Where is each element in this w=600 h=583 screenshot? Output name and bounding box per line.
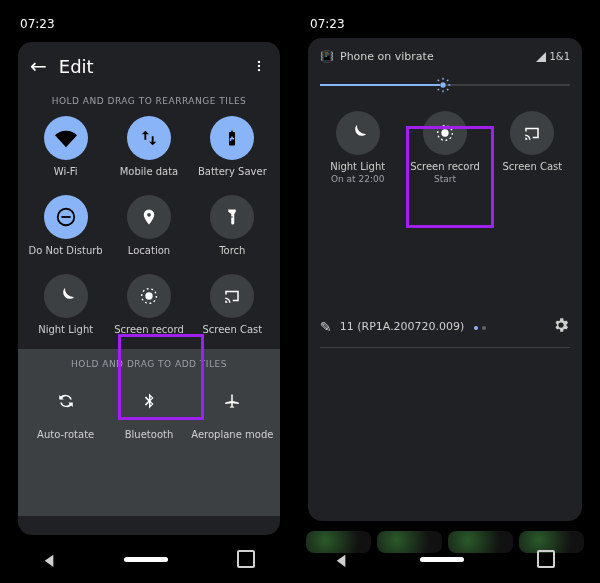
- cast-icon: [510, 111, 554, 155]
- svg-point-5: [145, 292, 152, 299]
- tile-label: Night Light: [330, 161, 385, 172]
- svg-line-15: [447, 80, 448, 81]
- rotate-icon: [44, 379, 88, 423]
- battery-icon: [210, 116, 254, 160]
- carrier-label: 1&1: [549, 51, 570, 62]
- torch-icon: [210, 195, 254, 239]
- page-title: Edit: [59, 56, 94, 77]
- hint-rearrange: HOLD AND DRAG TO REARRANGE TILES: [18, 86, 280, 116]
- tile-label: Auto-rotate: [37, 429, 94, 440]
- tile-extra-3[interactable]: [191, 458, 274, 502]
- tile-label: Wi-Fi: [54, 166, 78, 177]
- svg-point-0: [258, 60, 260, 62]
- nav-recent-icon[interactable]: [237, 550, 255, 568]
- tile-extra-1[interactable]: [24, 458, 107, 502]
- brightness-slider[interactable]: [320, 73, 570, 97]
- status-time: 07:23: [310, 17, 345, 31]
- tile-dnd[interactable]: Do Not Disturb: [24, 195, 107, 256]
- back-icon[interactable]: ←: [24, 50, 53, 82]
- tile-label: Torch: [219, 245, 245, 256]
- svg-point-7: [440, 82, 445, 87]
- vibrate-icon: 📳: [320, 50, 334, 63]
- swap-icon: [127, 116, 171, 160]
- record-icon: [127, 274, 171, 318]
- airplane-icon: [210, 379, 254, 423]
- tile-label: Location: [128, 245, 170, 256]
- tile-label: Do Not Disturb: [29, 245, 103, 256]
- brightness-thumb-icon[interactable]: [435, 77, 451, 93]
- divider: [320, 347, 570, 348]
- tile-sublabel: Start: [434, 174, 456, 184]
- tile-label: Aeroplane mode: [191, 429, 273, 440]
- qs-panel: 📳 Phone on vibrate 1&1: [308, 38, 582, 521]
- tile-aeroplane[interactable]: Aeroplane mode: [191, 379, 274, 440]
- nav-home-icon[interactable]: [124, 557, 168, 562]
- nav-back-icon[interactable]: ◀: [44, 550, 53, 569]
- tile-label: Screen Cast: [202, 324, 262, 335]
- tile-night-light[interactable]: Night Light On at 22:00: [314, 111, 401, 184]
- tile-label: Battery Saver: [198, 166, 267, 177]
- edit-icon[interactable]: ✎: [320, 319, 332, 335]
- nav-recent-icon[interactable]: [537, 550, 555, 568]
- moon-icon: [44, 274, 88, 318]
- tile-label: Screen record: [114, 324, 184, 335]
- extra-icon: [127, 458, 171, 502]
- signal-status: 1&1: [536, 51, 570, 62]
- svg-line-14: [438, 89, 439, 90]
- tile-screen-record[interactable]: Screen record: [107, 274, 190, 335]
- svg-rect-4: [61, 216, 70, 218]
- tile-mobile-data[interactable]: Mobile data: [107, 116, 190, 177]
- hint-add: HOLD AND DRAG TO ADD TILES: [18, 349, 280, 379]
- page-indicator: [474, 326, 486, 330]
- nav-back-icon[interactable]: ◀: [336, 550, 345, 569]
- tile-label: Night Light: [38, 324, 93, 335]
- status-bar: 07:23: [298, 8, 592, 36]
- svg-point-2: [258, 68, 260, 70]
- nav-bar: ◀: [298, 545, 592, 573]
- settings-icon[interactable]: [552, 316, 570, 337]
- svg-line-13: [447, 89, 448, 90]
- svg-point-1: [258, 64, 260, 66]
- overflow-menu-icon[interactable]: [248, 52, 270, 81]
- nav-bar: ◀: [8, 545, 290, 573]
- svg-line-12: [438, 80, 439, 81]
- dnd-icon: [44, 195, 88, 239]
- qs-edit-panel: ← Edit HOLD AND DRAG TO REARRANGE TILES …: [18, 42, 280, 535]
- version-label: 11 (RP1A.200720.009): [340, 320, 465, 333]
- wifi-icon: [44, 116, 88, 160]
- tile-battery-saver[interactable]: Battery Saver: [191, 116, 274, 177]
- bluetooth-icon: [127, 379, 171, 423]
- tile-extra-2[interactable]: [107, 458, 190, 502]
- tile-night-light[interactable]: Night Light: [24, 274, 107, 335]
- vibrate-label: Phone on vibrate: [340, 50, 434, 63]
- status-time: 07:23: [20, 17, 55, 31]
- svg-point-16: [441, 129, 448, 136]
- tile-label: Screen record: [410, 161, 480, 172]
- tile-wifi[interactable]: Wi-Fi: [24, 116, 107, 177]
- moon-icon: [336, 111, 380, 155]
- tile-auto-rotate[interactable]: Auto-rotate: [24, 379, 107, 440]
- tile-screen-cast[interactable]: Screen Cast: [489, 111, 576, 184]
- extra-icon: [210, 458, 254, 502]
- tile-screen-cast[interactable]: Screen Cast: [191, 274, 274, 335]
- nav-home-icon[interactable]: [420, 557, 464, 562]
- tile-torch[interactable]: Torch: [191, 195, 274, 256]
- tile-label: Bluetooth: [125, 429, 174, 440]
- tile-screen-record[interactable]: Screen record Start: [401, 111, 488, 184]
- tile-sublabel: On at 22:00: [331, 174, 385, 184]
- record-icon: [423, 111, 467, 155]
- tile-bluetooth[interactable]: Bluetooth: [107, 379, 190, 440]
- extra-icon: [44, 458, 88, 502]
- cast-icon: [210, 274, 254, 318]
- tile-label: Mobile data: [120, 166, 179, 177]
- tile-location[interactable]: Location: [107, 195, 190, 256]
- status-bar: 07:23: [8, 8, 290, 36]
- location-icon: [127, 195, 171, 239]
- tile-label: Screen Cast: [502, 161, 562, 172]
